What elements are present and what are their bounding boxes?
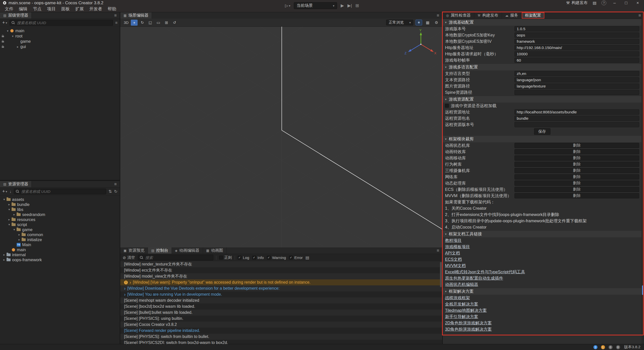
filter-info[interactable]: ✓Info [252, 255, 264, 260]
chevron-right-icon[interactable]: ▸ [16, 45, 20, 49]
property-input[interactable]: 1.0.5 [514, 26, 639, 31]
panel-menu-icon[interactable]: ≡ [111, 13, 120, 18]
scrollbar-thumb[interactable] [642, 285, 643, 295]
axis-gizmo[interactable]: Y X Z [402, 29, 440, 61]
doc-link[interactable]: 全栈开发解决方案 [445, 301, 478, 307]
tab-console[interactable]: ▤控制台 [148, 247, 172, 254]
chevron-right-icon[interactable]: ▸ [17, 233, 21, 236]
refresh-icon[interactable]: ↻ [114, 189, 117, 194]
property-input[interactable]: http://localhost:8083/assets/bundle [514, 109, 639, 115]
chevron-down-icon[interactable]: ▾ [7, 223, 11, 226]
assets-node-game[interactable]: ▾game [0, 227, 120, 232]
doc-link[interactable]: 战棋游戏框架 [445, 295, 470, 301]
panel-menu-icon[interactable]: ≡ [434, 13, 442, 18]
doc-link[interactable]: 3D角色扮演游戏解决方案 [445, 327, 492, 332]
assets-node-oops-framework[interactable]: ▸oops-framework [0, 257, 120, 262]
menu-developer[interactable]: 开发者 [87, 6, 105, 12]
help-icon[interactable]: ? [601, 1, 606, 5]
property-input[interactable]: zh,en [514, 71, 639, 76]
doc-link[interactable]: 2D角色扮演游戏解决方案 [445, 320, 492, 326]
doc-link[interactable]: 游戏模板项目 [445, 244, 470, 250]
delete-module-button[interactable]: 删除 [514, 174, 639, 180]
chevron-right-icon[interactable]: ▸ [7, 203, 11, 206]
regex-toggle[interactable]: 正则 [219, 255, 232, 260]
doc-link[interactable]: ECS文档 [445, 257, 462, 262]
delete-module-button[interactable]: 删除 [514, 193, 639, 198]
assets-node-seedrandom[interactable]: ▸seedrandom [0, 212, 120, 217]
console-search-input[interactable] [145, 255, 211, 260]
rect-tool[interactable]: ▭ [155, 20, 162, 26]
section-header[interactable]: ▾游戏多语言配置 [443, 64, 641, 70]
tab-animation-graph[interactable]: ▦动画图 [203, 247, 227, 254]
delete-module-button[interactable]: 删除 [514, 187, 639, 192]
play-button[interactable]: ▶ [341, 3, 344, 8]
view-mode-select[interactable]: 正常浏览 ▾ [386, 20, 413, 25]
create-node-button[interactable]: + ▾ [2, 20, 7, 25]
doc-link[interactable]: MVVM文档 [445, 263, 466, 269]
view-settings-icon[interactable]: ⚙ [433, 20, 440, 25]
build-publish-button[interactable]: ⚒ 构建发布 [566, 0, 588, 6]
console-scrollbar[interactable] [440, 262, 442, 287]
section-header[interactable]: ▾游戏基础配置 [443, 19, 641, 26]
chevron-right-icon[interactable]: ▸ [17, 238, 21, 241]
filter-warning[interactable]: ✓Warning [267, 255, 286, 260]
doc-link[interactable]: Excel格式转Json文件与TypeScript代码工具 [445, 269, 525, 275]
hierarchy-node-gui[interactable]: ▸gui [0, 44, 120, 49]
console-search[interactable] [138, 255, 213, 260]
chevron-right-icon[interactable]: ▸ [12, 213, 16, 216]
section-header[interactable]: ▾框架文档工具链接 [443, 231, 641, 237]
scene-select[interactable]: 当前场景 ▾ [294, 2, 337, 9]
section-header[interactable]: ▾游戏资源配置 [443, 96, 641, 103]
hierarchy-node-root[interactable]: ▾root [0, 33, 120, 39]
clear-console-button[interactable]: ⊘ 清空 [123, 255, 135, 260]
preview-device-button[interactable]: ▷ ▾ [285, 3, 290, 8]
panel-menu-icon[interactable]: ≡ [434, 248, 442, 253]
menu-extension[interactable]: 扩展 [72, 6, 87, 12]
section-header[interactable]: ▾框架模块裁剪 [443, 136, 641, 142]
menu-file[interactable]: 文件 [2, 6, 16, 12]
assets-node-main[interactable]: main [0, 247, 120, 252]
light-toggle[interactable]: ☀ [416, 20, 422, 25]
hierarchy-search-input[interactable] [17, 20, 111, 25]
assets-search-input[interactable] [21, 189, 104, 194]
hierarchy-search[interactable] [10, 20, 113, 26]
menu-help[interactable]: 帮助 [105, 6, 119, 12]
doc-link[interactable]: 教程项目 [445, 238, 462, 243]
chevron-down-icon[interactable]: ▾ [11, 34, 15, 38]
property-input[interactable]: oops [514, 32, 639, 38]
maximize-button[interactable]: □ [623, 1, 629, 6]
assets-node-internal[interactable]: ▸internal [0, 252, 120, 257]
status-badge-warning-count[interactable]: 1 [601, 345, 605, 349]
tab-framework-config[interactable]: 框架配置 [522, 12, 545, 19]
remote-load-checkbox[interactable] [445, 104, 449, 108]
property-input[interactable]: language/json [514, 77, 639, 82]
chevron-right-icon[interactable]: ▸ [7, 218, 11, 221]
import-icon[interactable]: ↓ [10, 189, 12, 194]
tab-service[interactable]: ☁服务 [502, 12, 522, 19]
doc-link[interactable]: Tiledmap地图解决方案 [445, 308, 487, 313]
chevron-down-icon[interactable]: ▾ [6, 29, 10, 33]
delete-module-button[interactable]: 删除 [514, 143, 639, 148]
assets-node-common[interactable]: ▸common [0, 232, 120, 237]
property-input[interactable]: 60 [514, 58, 639, 63]
sort-icon[interactable]: ⇅ [108, 189, 112, 194]
expand-icon[interactable]: › [130, 280, 131, 285]
tab-hierarchy[interactable]: ▤ 层级管理器 [0, 12, 32, 19]
delete-module-button[interactable]: 删除 [514, 155, 639, 161]
property-input[interactable]: http://192.168.0.150/main/ [514, 45, 639, 50]
step-button[interactable]: ▶| [347, 3, 352, 8]
panel-menu-icon[interactable]: ≡ [111, 182, 120, 187]
delete-module-button[interactable]: 删除 [514, 168, 639, 173]
layout-icon[interactable]: ▤ [593, 1, 596, 5]
expand-icon[interactable]: › [124, 286, 126, 291]
property-input[interactable] [514, 90, 639, 95]
filter-error[interactable]: ✓Error [289, 255, 303, 260]
chevron-down-icon[interactable]: ▾ [2, 198, 6, 201]
chevron-right-icon[interactable]: ▸ [2, 258, 6, 261]
panel-menu-icon[interactable]: ≡ [635, 13, 644, 18]
doc-link[interactable]: 原生包热更新配置自动生成插件 [445, 276, 503, 281]
assets-node-libs[interactable]: ▾libs [0, 207, 120, 212]
menu-project[interactable]: 项目 [44, 6, 58, 12]
hierarchy-node-game[interactable]: game [0, 39, 120, 44]
assets-node-bundle[interactable]: ▸bundle [0, 202, 120, 207]
